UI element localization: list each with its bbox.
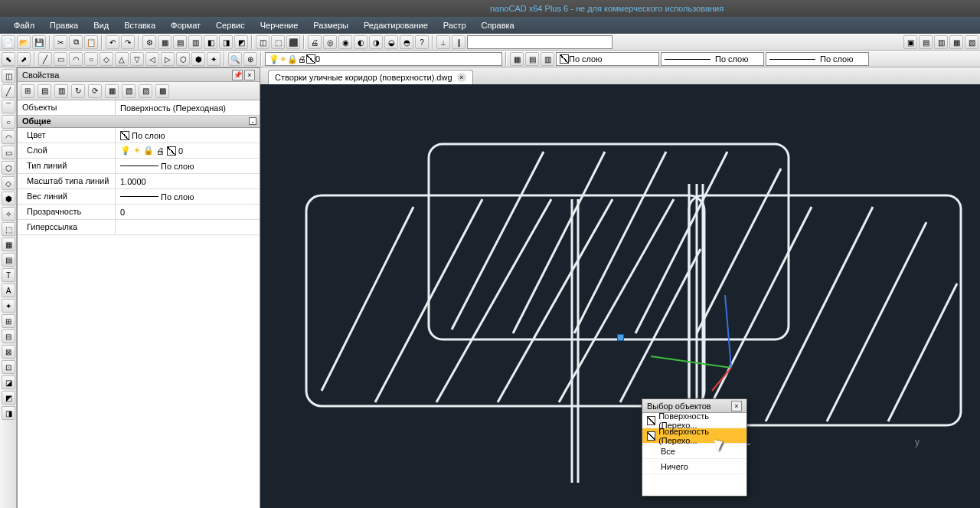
menu-tools[interactable]: Сервис [208, 18, 253, 33]
property-row[interactable]: ЦветПо слою [18, 128, 260, 143]
tool-icon[interactable]: A [2, 283, 15, 297]
tool-icon[interactable]: ▦ [949, 35, 963, 49]
cut-icon[interactable]: ✂ [54, 35, 67, 49]
lineweight-combo[interactable]: По слою [766, 52, 869, 66]
tool-icon[interactable]: ◪ [2, 375, 15, 389]
tool-icon[interactable]: ╱ [2, 84, 15, 98]
prop-value[interactable]: По слою [116, 128, 260, 143]
tool-icon[interactable]: ▽ [130, 52, 144, 66]
collapse-icon[interactable]: - [249, 117, 256, 125]
drawing-canvas[interactable]: z y Выбор объектов × Поверхность (Перехо… [260, 84, 980, 508]
tool-icon[interactable]: ◩ [234, 35, 248, 49]
tool-icon[interactable]: ◫ [2, 69, 15, 83]
print-icon[interactable]: 🖨 [308, 35, 322, 49]
tool-icon[interactable]: ◧ [204, 35, 217, 49]
tool-icon[interactable]: △ [115, 52, 129, 66]
tool-icon[interactable]: ✦ [2, 299, 15, 313]
prop-value[interactable] [116, 220, 260, 234]
command-input[interactable] [467, 35, 612, 49]
tool-icon[interactable]: ▦ [158, 35, 172, 49]
property-row[interactable]: Масштаб типа линий1.0000 [18, 174, 260, 189]
menu-modify[interactable]: Редактирование [356, 18, 436, 33]
tool-icon[interactable]: ◁ [145, 52, 159, 66]
menu-edit[interactable]: Правка [42, 18, 86, 33]
arc-icon[interactable]: ◠ [69, 52, 83, 66]
tool-icon[interactable]: ⊠ [2, 345, 15, 359]
menu-raster[interactable]: Растр [436, 18, 474, 33]
tool-icon[interactable]: ◇ [2, 176, 15, 190]
tool-icon[interactable]: ⬢ [191, 52, 205, 66]
pick-icon[interactable]: ⬈ [17, 52, 31, 66]
rect-icon[interactable]: ▭ [54, 52, 67, 66]
tool-icon[interactable]: T [2, 268, 15, 282]
save-icon[interactable]: 💾 [32, 35, 46, 49]
help-icon[interactable]: ? [415, 35, 429, 49]
tool-icon[interactable]: ✦ [207, 52, 220, 66]
tool-icon[interactable]: ▤ [919, 35, 933, 49]
tool-icon[interactable]: ⬚ [2, 222, 15, 236]
tool-icon[interactable]: ◠ [2, 130, 15, 144]
tool-icon[interactable]: ▩ [155, 84, 169, 98]
open-icon[interactable]: 📂 [17, 35, 31, 49]
new-icon[interactable]: 📄 [2, 35, 15, 49]
menu-insert[interactable]: Вставка [116, 18, 163, 33]
property-row[interactable]: Слой💡☀🔒🖨0 [18, 143, 260, 159]
tool-icon[interactable]: ◎ [323, 35, 337, 49]
tool-icon[interactable]: ▦ [2, 238, 15, 251]
redo-icon[interactable]: ↷ [121, 35, 135, 49]
layer-tool-icon[interactable]: ▤ [525, 52, 539, 66]
tool-icon[interactable]: ▨ [139, 84, 152, 98]
group-header[interactable]: Общие - [18, 116, 260, 128]
copy-icon[interactable]: ⧉ [69, 35, 83, 49]
color-combo[interactable]: По слою [556, 52, 659, 66]
tool-icon[interactable]: ⚙ [142, 35, 156, 49]
close-tab-icon[interactable]: × [457, 73, 466, 82]
menu-file[interactable]: Файл [6, 18, 42, 33]
popup-item[interactable]: Поверхность (Перехо... [642, 428, 746, 444]
paste-icon[interactable]: 📋 [84, 35, 98, 49]
tool-icon[interactable]: ◇ [100, 52, 113, 66]
tool-icon[interactable]: ◑ [369, 35, 383, 49]
tool-icon[interactable]: ◉ [338, 35, 352, 49]
tool-icon[interactable]: ◫ [256, 35, 270, 49]
menu-help[interactable]: Справка [474, 18, 522, 33]
popup-item[interactable]: Ничего [642, 459, 746, 474]
tool-icon[interactable]: ⊟ [2, 329, 15, 343]
selection-grip[interactable] [617, 334, 624, 341]
tool-icon[interactable]: ⟂ [436, 35, 450, 49]
tool-icon[interactable]: ◨ [2, 406, 15, 420]
prop-value[interactable]: 1.0000 [116, 174, 260, 188]
menu-format[interactable]: Формат [163, 18, 208, 33]
select-icon[interactable]: ⬉ [2, 52, 15, 66]
tool-icon[interactable]: ▥ [188, 35, 202, 49]
property-row[interactable]: Тип линийПо слою [18, 159, 260, 174]
menu-draw[interactable]: Черчение [253, 18, 306, 33]
prop-value[interactable]: По слою [116, 189, 260, 204]
tool-icon[interactable]: ⬡ [176, 52, 190, 66]
prop-value[interactable]: По слою [116, 159, 260, 173]
tool-icon[interactable]: ◒ [384, 35, 398, 49]
tool-icon[interactable]: ⊞ [21, 84, 34, 98]
tool-icon[interactable]: ▥ [934, 35, 948, 49]
undo-icon[interactable]: ↶ [106, 35, 119, 49]
linetype-combo[interactable]: По слою [661, 52, 764, 66]
tool-icon[interactable]: ⊡ [2, 360, 15, 374]
layer-tool-icon[interactable]: ▥ [541, 52, 554, 66]
tool-icon[interactable]: ✧ [2, 207, 15, 221]
property-row[interactable]: Гиперссылка [18, 220, 260, 235]
pin-icon[interactable]: 📌 [232, 70, 243, 80]
document-tab[interactable]: Створки уличные коридор (поверхности).dw… [268, 70, 473, 84]
tool-icon[interactable]: ⊞ [2, 314, 15, 328]
circle-icon[interactable]: ○ [84, 52, 98, 66]
menu-dim[interactable]: Размеры [305, 18, 356, 33]
line-icon[interactable]: ╱ [38, 52, 52, 66]
tool-icon[interactable]: ⟳ [88, 84, 102, 98]
tool-icon[interactable]: ▣ [903, 35, 917, 49]
tool-icon[interactable]: ○ [2, 115, 15, 129]
tool-icon[interactable]: ⬚ [271, 35, 285, 49]
tool-icon[interactable]: ▤ [2, 253, 15, 267]
tool-icon[interactable]: ⌒ [2, 100, 15, 113]
close-icon[interactable]: × [731, 401, 742, 411]
property-row[interactable]: Вес линийПо слою [18, 189, 260, 205]
tool-icon[interactable]: ∥ [452, 35, 466, 49]
